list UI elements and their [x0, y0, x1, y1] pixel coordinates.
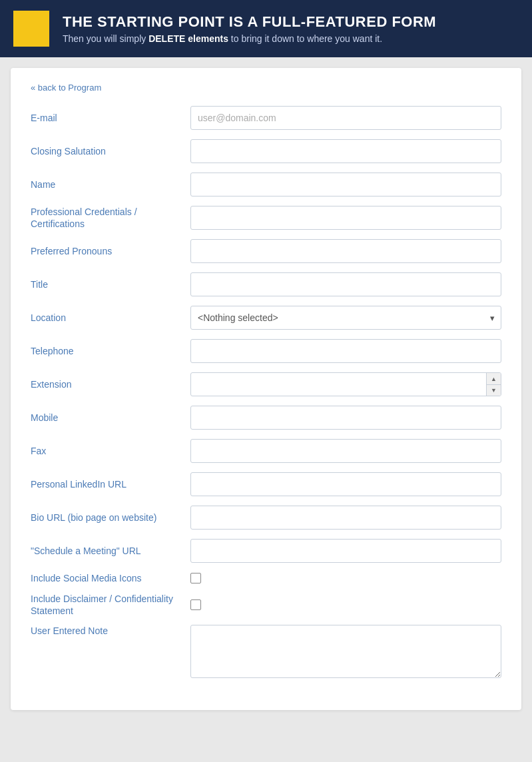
closing-salutation-control	[190, 139, 501, 163]
bio-url-control	[190, 506, 501, 530]
credentials-input[interactable]	[190, 206, 501, 230]
linkedin-control	[190, 472, 501, 496]
title-control	[190, 272, 501, 296]
pronouns-label: Preferred Pronouns	[31, 245, 190, 257]
linkedin-row: Personal LinkedIn URL	[31, 472, 501, 496]
mobile-input[interactable]	[190, 406, 501, 430]
user-note-textarea[interactable]	[190, 625, 501, 678]
extension-input[interactable]	[190, 372, 501, 396]
telephone-label: Telephone	[31, 345, 190, 357]
header-subtitle-plain: Then you will simply	[63, 33, 148, 44]
location-row: Location <Nothing selected> ▾	[31, 306, 501, 330]
extension-control: ▲ ▼	[190, 372, 501, 396]
header-title: THE STARTING POINT IS A FULL-FEATURED FO…	[63, 13, 436, 31]
email-control	[190, 106, 501, 130]
telephone-row: Telephone	[31, 339, 501, 363]
disclaimer-label: Include Disclaimer / Confidentiality Sta…	[31, 593, 190, 617]
disclaimer-row: Include Disclaimer / Confidentiality Sta…	[31, 593, 501, 617]
telephone-input[interactable]	[190, 339, 501, 363]
title-input[interactable]	[190, 272, 501, 296]
extension-spinner-up[interactable]: ▲	[487, 373, 501, 385]
name-row: Name	[31, 173, 501, 196]
header-icon	[13, 11, 49, 47]
pronouns-control	[190, 239, 501, 263]
credentials-label: Professional Credentials / Certification…	[31, 206, 190, 230]
header-subtitle-end: to bring it down to where you want it.	[228, 33, 382, 44]
title-row: Title	[31, 272, 501, 296]
schedule-url-label: "Schedule a Meeting" URL	[31, 545, 190, 557]
location-select-wrap: <Nothing selected> ▾	[190, 306, 501, 330]
email-label: E-mail	[31, 112, 190, 124]
schedule-url-input[interactable]	[190, 539, 501, 563]
disclaimer-checkbox[interactable]	[190, 599, 201, 610]
mobile-control	[190, 406, 501, 430]
fax-row: Fax	[31, 439, 501, 463]
fax-control	[190, 439, 501, 463]
page-header: THE STARTING POINT IS A FULL-FEATURED FO…	[0, 0, 532, 57]
bio-url-label: Bio URL (bio page on website)	[31, 512, 190, 524]
user-note-row: User Entered Note	[31, 625, 501, 681]
header-text: THE STARTING POINT IS A FULL-FEATURED FO…	[63, 13, 436, 44]
mobile-label: Mobile	[31, 412, 190, 424]
user-note-control	[190, 625, 501, 681]
closing-salutation-input[interactable]	[190, 139, 501, 163]
closing-salutation-row: Closing Salutation	[31, 139, 501, 163]
extension-spinner-wrap: ▲ ▼	[190, 372, 501, 396]
fax-input[interactable]	[190, 439, 501, 463]
form-container: « back to Program E-mail Closing Salutat…	[11, 68, 521, 710]
credentials-control	[190, 206, 501, 230]
email-input[interactable]	[190, 106, 501, 130]
pronouns-input[interactable]	[190, 239, 501, 263]
linkedin-label: Personal LinkedIn URL	[31, 478, 190, 490]
social-media-checkbox[interactable]	[190, 573, 201, 583]
user-note-label: User Entered Note	[31, 625, 190, 637]
social-media-label: Include Social Media Icons	[31, 572, 190, 584]
telephone-control	[190, 339, 501, 363]
extension-spinner-down[interactable]: ▼	[487, 385, 501, 396]
header-subtitle-bold: DELETE elements	[148, 33, 228, 44]
extension-row: Extension ▲ ▼	[31, 372, 501, 396]
closing-salutation-label: Closing Salutation	[31, 145, 190, 157]
name-control	[190, 173, 501, 196]
extension-spinners: ▲ ▼	[486, 373, 501, 396]
social-media-row: Include Social Media Icons	[31, 572, 501, 584]
email-row: E-mail	[31, 106, 501, 130]
back-link[interactable]: « back to Program	[31, 83, 101, 93]
bio-url-row: Bio URL (bio page on website)	[31, 506, 501, 530]
name-input[interactable]	[190, 173, 501, 196]
fax-label: Fax	[31, 445, 190, 457]
linkedin-input[interactable]	[190, 472, 501, 496]
schedule-url-control	[190, 539, 501, 563]
location-label: Location	[31, 312, 190, 324]
credentials-row: Professional Credentials / Certification…	[31, 206, 501, 230]
header-subtitle: Then you will simply DELETE elements to …	[63, 33, 436, 44]
schedule-url-row: "Schedule a Meeting" URL	[31, 539, 501, 563]
mobile-row: Mobile	[31, 406, 501, 430]
extension-label: Extension	[31, 378, 190, 390]
pronouns-row: Preferred Pronouns	[31, 239, 501, 263]
title-label: Title	[31, 278, 190, 290]
bio-url-input[interactable]	[190, 506, 501, 530]
location-select[interactable]: <Nothing selected>	[190, 306, 501, 330]
name-label: Name	[31, 179, 190, 190]
location-control: <Nothing selected> ▾	[190, 306, 501, 330]
